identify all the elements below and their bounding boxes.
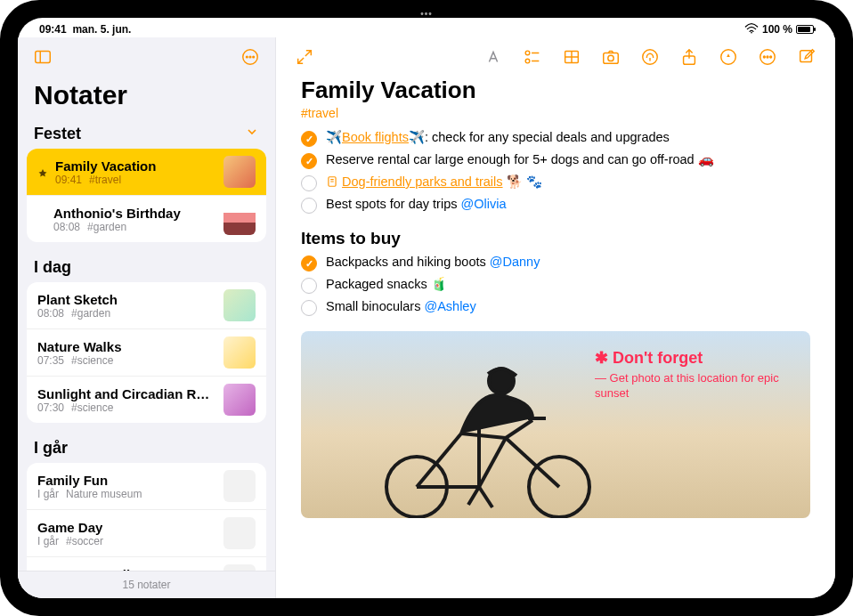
note-row[interactable]: Family Fun I gårNature museum <box>27 463 266 509</box>
note-thumbnail <box>223 336 256 369</box>
svg-point-21 <box>763 56 765 58</box>
note-tag: #science <box>71 354 113 367</box>
status-bar: 09:41 man. 5. jun. ••• 100 % <box>18 18 835 37</box>
lock-circled-icon[interactable] <box>718 46 739 68</box>
multitask-dots[interactable]: ••• <box>420 18 433 19</box>
mention-ashley[interactable]: @Ashley <box>424 299 475 313</box>
note-time: I går <box>37 535 59 547</box>
svg-point-7 <box>525 51 530 55</box>
note-thumbnail <box>223 289 256 321</box>
note-row[interactable]: Game Day I går#soccer <box>27 509 266 556</box>
note-title: Plant Sketch <box>37 292 118 307</box>
note-link-dog-parks[interactable]: Dog-friendly parks and trails <box>342 174 503 189</box>
note-row[interactable]: Sunlight and Circadian Rhy… 07:30#scienc… <box>27 376 266 423</box>
table-icon[interactable] <box>561 46 582 68</box>
note-tag: #garden <box>71 307 110 320</box>
checklist-text: : check for any special deals and upgrad… <box>425 130 670 144</box>
note-row-family-vacation[interactable]: Family Vacation 09:41#travel <box>27 149 266 195</box>
text-format-icon[interactable] <box>483 46 504 68</box>
note-thumbnail <box>223 156 256 188</box>
checklist-text: Backpacks and hiking boots <box>326 255 490 269</box>
checkbox-checked-icon[interactable] <box>301 131 317 147</box>
note-title: Game Day <box>37 520 102 535</box>
note-time: 07:30 <box>37 401 64 414</box>
note-content[interactable]: Family Vacation #travel ✈️Book flights✈️… <box>276 77 835 598</box>
checklist-item[interactable]: Dog-friendly parks and trails 🐕 🐾 <box>301 172 810 194</box>
note-tag: #garden <box>87 221 126 233</box>
checkbox-icon[interactable] <box>301 175 317 191</box>
emoji-plane-icon: ✈️ <box>326 130 342 144</box>
svg-line-31 <box>479 438 506 487</box>
svg-point-22 <box>767 56 768 58</box>
checkbox-icon[interactable] <box>301 198 317 214</box>
checklist-item[interactable]: ✈️Book flights✈️: check for any special … <box>301 127 810 150</box>
note-reference-icon <box>326 175 338 188</box>
note-title: Family Vacation <box>55 158 156 174</box>
note-title: Nature Walks <box>37 339 121 354</box>
note-tag: #science <box>71 401 113 414</box>
checklist-item[interactable]: Packaged snacks 🧃 <box>301 274 810 296</box>
expand-icon[interactable] <box>294 46 315 68</box>
markup-icon[interactable] <box>639 46 661 68</box>
checkbox-checked-icon[interactable] <box>301 255 317 272</box>
note-subheading[interactable]: Items to buy <box>301 229 810 248</box>
chevron-down-icon[interactable] <box>245 125 259 143</box>
checklist-item[interactable]: Reserve rental car large enough for 5+ d… <box>301 150 810 172</box>
note-row-anthonio-birthday[interactable]: Anthonio's Birthday 08:08#garden <box>27 195 266 242</box>
share-icon[interactable] <box>678 46 700 68</box>
svg-point-6 <box>253 56 255 58</box>
note-attachment-photo[interactable]: ✱ Don't forget — Get photo at this locat… <box>301 331 810 518</box>
link-book-flights[interactable]: Book flights <box>342 130 409 144</box>
note-row[interactable]: Aurora Borealis I gårCollisions with oxy… <box>27 556 266 571</box>
svg-point-4 <box>247 56 248 58</box>
note-row[interactable]: Plant Sketch 08:08#garden <box>27 282 266 328</box>
ellipsis-circle-icon[interactable] <box>757 46 778 68</box>
note-tag: #travel <box>89 174 121 186</box>
mention-olivia[interactable]: @Olivia <box>461 197 507 211</box>
note-title: Sunlight and Circadian Rhy… <box>37 386 216 401</box>
checkbox-icon[interactable] <box>301 278 317 294</box>
checklist-text: Best spots for day trips <box>326 197 461 211</box>
emoji-dog-icon: 🐕 🐾 <box>507 174 542 189</box>
section-header-pinned[interactable]: Festet <box>18 118 275 147</box>
more-menu-icon[interactable] <box>240 46 261 68</box>
note-heading[interactable]: Family Vacation <box>301 77 810 104</box>
sidebar-footer: 15 notater <box>18 571 275 598</box>
sidebar-title: Notater <box>18 77 275 118</box>
note-title: Family Fun <box>37 473 108 488</box>
note-hashtag[interactable]: #travel <box>301 106 810 120</box>
svg-point-9 <box>525 59 530 63</box>
checkbox-icon[interactable] <box>301 300 317 316</box>
note-row[interactable]: Nature Walks 07:35#science <box>27 328 266 376</box>
compose-icon[interactable] <box>796 46 817 68</box>
note-thumbnail <box>223 384 256 416</box>
svg-point-23 <box>770 56 772 58</box>
svg-point-5 <box>249 56 251 58</box>
checklist-item[interactable]: Best spots for day trips @Olivia <box>301 194 810 216</box>
sidebar-toggle-icon[interactable] <box>32 46 53 68</box>
svg-rect-1 <box>36 52 51 63</box>
svg-line-33 <box>417 434 461 487</box>
battery-icon <box>796 25 814 34</box>
handwriting-annotation: ✱ Don't forget — Get photo at this locat… <box>595 344 791 401</box>
checklist-icon[interactable] <box>522 46 543 68</box>
checklist-item[interactable]: Backpacks and hiking boots @Danny <box>301 252 810 274</box>
note-thumbnail <box>223 470 256 502</box>
note-tag: Nature museum <box>66 488 142 500</box>
wifi-icon <box>744 23 759 36</box>
note-thumbnail <box>223 517 256 549</box>
svg-point-16 <box>643 50 658 65</box>
checklist-item[interactable]: Small binoculars @Ashley <box>301 296 810 319</box>
note-time: 09:41 <box>55 174 82 186</box>
checklist-text: Small binoculars <box>326 299 424 313</box>
mention-danny[interactable]: @Danny <box>490 255 540 269</box>
emoji-plane-icon: ✈️ <box>409 130 425 144</box>
svg-point-15 <box>608 55 613 61</box>
camera-icon[interactable] <box>600 46 621 68</box>
checkbox-checked-icon[interactable] <box>301 153 317 169</box>
svg-point-0 <box>751 31 752 33</box>
checklist-text: Reserve rental car large enough for 5+ d… <box>326 152 714 167</box>
note-title: Anthonio's Birthday <box>53 206 181 221</box>
pin-icon <box>37 166 48 177</box>
checklist-text: Packaged snacks 🧃 <box>326 277 447 292</box>
